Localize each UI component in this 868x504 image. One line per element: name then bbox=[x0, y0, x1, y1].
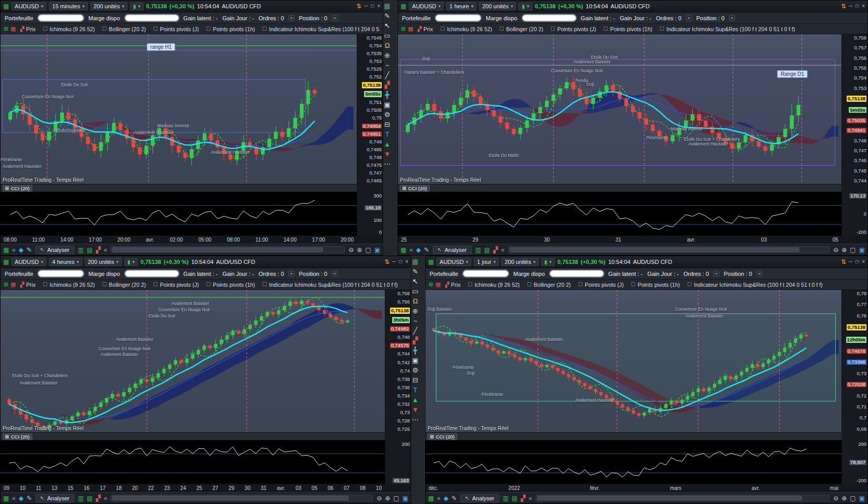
cci-indicator-label[interactable]: CCI (20) bbox=[3, 433, 32, 440]
indicator-ichimoku-supres[interactable]: ☐Indicateur Ichimoku Sup&Res (100 f t 20… bbox=[659, 26, 795, 32]
delete-drawing-icon[interactable]: ⊟ bbox=[384, 121, 390, 128]
chart-style-select[interactable]: ▮▾ bbox=[130, 3, 144, 10]
indicator-ichimoku[interactable]: ☐Ichimoku (9 26 52) bbox=[440, 26, 492, 32]
more-tools-icon[interactable]: ⋯ bbox=[384, 161, 391, 167]
indicator-ichimoku-supres[interactable]: ☐Indicateur Ichimoku Sup&Res (100 f t 20… bbox=[262, 282, 397, 288]
candlestick-canvas[interactable] bbox=[1, 290, 385, 432]
add-indicator-icon[interactable]: ⊞ bbox=[4, 282, 8, 287]
draw-mode-icon[interactable]: ✎ bbox=[27, 495, 32, 501]
zoom-in-icon[interactable]: ⊕ bbox=[841, 495, 847, 501]
sync-icon[interactable]: ⇅ bbox=[841, 3, 846, 10]
grid-icon[interactable]: ▥ bbox=[503, 495, 509, 501]
close-button[interactable]: × bbox=[377, 4, 380, 9]
sell-marker-icon[interactable]: ▼ bbox=[412, 406, 419, 413]
duplicate-icon[interactable]: ▣ bbox=[384, 101, 390, 108]
add-indicator-icon[interactable]: ⊞ bbox=[4, 26, 8, 32]
cci-chart[interactable] bbox=[1, 192, 357, 236]
indicator-pivots-1h[interactable]: ☐Points pivots (1h) bbox=[603, 26, 652, 32]
trendline-icon[interactable]: ╱ bbox=[385, 72, 390, 78]
chart-window-icon[interactable]: ▦ bbox=[412, 258, 418, 265]
maximize-button[interactable]: □ bbox=[371, 4, 374, 9]
mini-chart-icon[interactable]: ▦ bbox=[428, 495, 434, 501]
time-scrollbar[interactable] bbox=[508, 246, 830, 253]
panel-chart-icon[interactable]: ▦ bbox=[400, 3, 406, 10]
zoom-out-icon[interactable]: ⊖ bbox=[377, 495, 382, 501]
sync-icon[interactable]: ⇅ bbox=[384, 258, 390, 266]
analyser-button[interactable]: ↖Analyser bbox=[433, 246, 471, 254]
cci-canvas[interactable] bbox=[398, 192, 841, 235]
units-select[interactable]: 200 unités▾ bbox=[501, 258, 538, 266]
close-button[interactable]: × bbox=[405, 259, 408, 264]
indicator-bollinger[interactable]: ☐Bollinger (20 2) bbox=[102, 282, 146, 288]
add-indicator-icon[interactable]: ⊞ bbox=[401, 26, 406, 32]
collapse-icon[interactable]: « bbox=[12, 247, 16, 253]
timeframe-select[interactable]: 1 heure▾ bbox=[446, 2, 476, 10]
grid-icon[interactable]: ▥ bbox=[78, 247, 84, 253]
indicator-pivots-1h[interactable]: ☐Points pivots (1h) bbox=[206, 282, 255, 288]
layout-icon[interactable]: ▤ bbox=[87, 247, 93, 253]
cci-indicator-label[interactable]: CCI (20) bbox=[427, 433, 457, 440]
zoom-in-icon[interactable]: ⊕ bbox=[385, 495, 390, 501]
indicator-settings-icon[interactable]: ▦ bbox=[10, 282, 16, 287]
units-select[interactable]: 200 unités▾ bbox=[90, 2, 127, 10]
candlestick-canvas[interactable] bbox=[425, 290, 841, 432]
candlestick-canvas[interactable] bbox=[1, 34, 357, 184]
scrollbar-thumb[interactable] bbox=[537, 496, 802, 500]
close-button[interactable]: × bbox=[862, 259, 865, 264]
fit-screen-icon[interactable]: ▢ bbox=[393, 495, 399, 501]
curve-tool-icon[interactable]: ~ bbox=[413, 317, 418, 324]
text-tool-icon[interactable]: T bbox=[413, 387, 418, 393]
indicator-pivots-j[interactable]: ☐Points pivots (J) bbox=[153, 26, 199, 32]
scrollbar-thumb[interactable] bbox=[510, 247, 799, 252]
scrollbar-thumb[interactable] bbox=[112, 496, 348, 500]
main-chart[interactable]: Range D1DojiEtoile Du SoirAvalement Bais… bbox=[398, 34, 841, 184]
indicator-ichimoku[interactable]: ☐Ichimoku (9 26 52) bbox=[468, 282, 520, 288]
cci-indicator-label[interactable]: CCI (20) bbox=[3, 185, 32, 192]
collapse-icon[interactable]: « bbox=[409, 247, 413, 253]
indicator-prix[interactable]: ▞Prix bbox=[445, 282, 461, 288]
indicator-prix[interactable]: ▞Prix bbox=[418, 26, 433, 32]
sell-marker-icon[interactable]: ▼ bbox=[384, 151, 391, 157]
cci-indicator-label[interactable]: CCI (20) bbox=[400, 185, 430, 192]
main-chart[interactable]: Doji BaissierCouverture En Nuage NoirAva… bbox=[425, 290, 841, 433]
analyser-button[interactable]: ↖Analyser bbox=[460, 494, 499, 502]
cursor-icon[interactable]: ↖ bbox=[384, 22, 390, 29]
orders-icon[interactable]: ▞ bbox=[521, 495, 525, 501]
price-axis[interactable]: 0,7580,7570,7560,7550,7540,7530,751385m5… bbox=[841, 34, 867, 184]
maximize-button[interactable]: □ bbox=[856, 259, 859, 264]
chart-window-icon[interactable]: ▦ bbox=[384, 3, 390, 9]
sync-icon[interactable]: ⇅ bbox=[841, 258, 846, 266]
close-orders-icon[interactable]: × bbox=[289, 271, 294, 276]
minimize-button[interactable]: ─ bbox=[849, 259, 852, 264]
draw-mode-icon[interactable]: ✎ bbox=[424, 247, 429, 253]
orders-icon[interactable]: ▞ bbox=[96, 495, 100, 501]
indicator-pivots-1h[interactable]: ☐Points pivots (1h) bbox=[206, 26, 255, 32]
cci-canvas[interactable] bbox=[1, 441, 385, 484]
indicator-settings-icon[interactable]: ▦ bbox=[408, 26, 413, 32]
link-icon[interactable]: ◆ bbox=[19, 247, 23, 253]
indicator-ichimoku-supres[interactable]: ☐Indicateur Ichimoku Sup&Res (100 f t 20… bbox=[687, 282, 822, 288]
text-tool-icon[interactable]: T bbox=[385, 131, 390, 138]
indicator-pivots-1h[interactable]: ☐Points pivots (1h) bbox=[631, 282, 680, 288]
buy-marker-icon[interactable]: ▲ bbox=[412, 396, 419, 403]
indicator-pivots-j[interactable]: ☐Points pivots (J) bbox=[551, 26, 597, 32]
analyser-button[interactable]: ↖Analyser bbox=[35, 246, 74, 254]
link-icon[interactable]: ◆ bbox=[416, 247, 421, 253]
settings-icon[interactable]: ⚙ bbox=[412, 367, 419, 374]
trendline-icon[interactable]: ╱ bbox=[413, 327, 418, 334]
scroll-left-icon[interactable]: « bbox=[103, 495, 107, 501]
symbol-select[interactable]: AUDUSD▾ bbox=[409, 2, 444, 10]
scroll-left-icon[interactable]: « bbox=[103, 247, 107, 253]
curve-tool-icon[interactable]: ~ bbox=[385, 62, 390, 69]
fit-screen-icon[interactable]: ▢ bbox=[850, 247, 856, 253]
detach-icon[interactable]: ▣ bbox=[859, 247, 865, 253]
analyser-button[interactable]: ↖Analyser bbox=[35, 494, 74, 502]
main-chart[interactable]: Avalement BaissierCouverture En Nuage No… bbox=[1, 290, 385, 433]
indicator-bollinger[interactable]: ☐Bollinger (20 2) bbox=[102, 26, 146, 32]
draw-mode-icon[interactable]: ✎ bbox=[27, 247, 32, 253]
chart-style-select[interactable]: ▮▾ bbox=[541, 258, 555, 266]
indicator-settings-icon[interactable]: ▦ bbox=[435, 282, 441, 287]
layout-icon[interactable]: ▤ bbox=[512, 495, 517, 501]
link-icon[interactable]: ◆ bbox=[444, 495, 448, 501]
grid-icon[interactable]: ▥ bbox=[78, 495, 84, 501]
